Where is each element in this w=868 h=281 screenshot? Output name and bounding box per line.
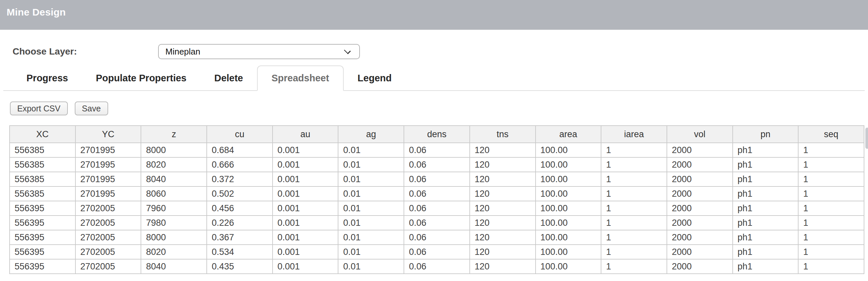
table-cell[interactable]: ph1 xyxy=(733,157,799,172)
table-cell[interactable]: 120 xyxy=(470,172,535,186)
table-cell[interactable]: 2000 xyxy=(667,259,733,274)
table-cell[interactable]: 1 xyxy=(601,259,667,274)
tab-spreadsheet[interactable]: Spreadsheet xyxy=(257,65,344,91)
table-cell[interactable]: 2701995 xyxy=(75,186,141,201)
table-cell[interactable]: 100.00 xyxy=(535,245,601,259)
table-cell[interactable]: 556395 xyxy=(9,230,75,245)
table-cell[interactable]: 1 xyxy=(798,143,864,157)
table-cell[interactable]: 1 xyxy=(798,201,864,216)
table-cell[interactable]: 100.00 xyxy=(535,157,601,172)
table-cell[interactable]: 0.001 xyxy=(273,172,338,186)
table-cell[interactable]: 0.06 xyxy=(404,143,470,157)
table-cell[interactable]: 556385 xyxy=(9,157,75,172)
scrollbar-thumb[interactable] xyxy=(865,128,868,149)
table-cell[interactable]: 100.00 xyxy=(535,201,601,216)
table-cell[interactable]: 1 xyxy=(798,245,864,259)
table-cell[interactable]: 0.01 xyxy=(338,143,404,157)
table-cell[interactable]: 0.06 xyxy=(404,157,470,172)
table-cell[interactable]: 120 xyxy=(470,245,535,259)
table-cell[interactable]: 0.06 xyxy=(404,216,470,230)
table-cell[interactable]: 120 xyxy=(470,143,535,157)
table-cell[interactable]: 120 xyxy=(470,186,535,201)
table-cell[interactable]: 100.00 xyxy=(535,259,601,274)
table-cell[interactable]: 1 xyxy=(601,186,667,201)
table-cell[interactable]: 1 xyxy=(798,157,864,172)
table-cell[interactable]: 2000 xyxy=(667,157,733,172)
table-cell[interactable]: 1 xyxy=(798,216,864,230)
table-cell[interactable]: 8000 xyxy=(141,230,207,245)
table-cell[interactable]: 8040 xyxy=(141,172,207,186)
table-cell[interactable]: 1 xyxy=(601,245,667,259)
table-cell[interactable]: 0.01 xyxy=(338,216,404,230)
tab-populate-properties[interactable]: Populate Properties xyxy=(82,66,200,90)
table-cell[interactable]: 2000 xyxy=(667,201,733,216)
table-cell[interactable]: 2702005 xyxy=(75,245,141,259)
table-cell[interactable]: 0.534 xyxy=(207,245,273,259)
table-cell[interactable]: 0.502 xyxy=(207,186,273,201)
table-cell[interactable]: 0.01 xyxy=(338,245,404,259)
table-cell[interactable]: ph1 xyxy=(733,259,799,274)
table-cell[interactable]: 556395 xyxy=(9,201,75,216)
table-cell[interactable]: 0.001 xyxy=(273,143,338,157)
table-cell[interactable]: 556385 xyxy=(9,143,75,157)
table-cell[interactable]: 0.01 xyxy=(338,172,404,186)
table-cell[interactable]: 2701995 xyxy=(75,157,141,172)
table-cell[interactable]: 2000 xyxy=(667,143,733,157)
table-cell[interactable]: 0.001 xyxy=(273,186,338,201)
table-cell[interactable]: ph1 xyxy=(733,201,799,216)
table-cell[interactable]: 0.372 xyxy=(207,172,273,186)
table-cell[interactable]: 556385 xyxy=(9,172,75,186)
table-cell[interactable]: 2702005 xyxy=(75,230,141,245)
save-button[interactable]: Save xyxy=(75,101,108,115)
table-cell[interactable]: 0.367 xyxy=(207,230,273,245)
table-cell[interactable]: 0.01 xyxy=(338,186,404,201)
table-cell[interactable]: 2000 xyxy=(667,230,733,245)
table-cell[interactable]: 556395 xyxy=(9,259,75,274)
layer-select[interactable]: Mineplan xyxy=(158,44,360,59)
table-cell[interactable]: 1 xyxy=(601,216,667,230)
table-cell[interactable]: 8020 xyxy=(141,245,207,259)
table-cell[interactable]: 120 xyxy=(470,201,535,216)
tab-delete[interactable]: Delete xyxy=(200,66,257,90)
table-cell[interactable]: ph1 xyxy=(733,230,799,245)
table-cell[interactable]: ph1 xyxy=(733,143,799,157)
table-cell[interactable]: 100.00 xyxy=(535,230,601,245)
table-cell[interactable]: 0.001 xyxy=(273,230,338,245)
table-cell[interactable]: ph1 xyxy=(733,186,799,201)
table-cell[interactable]: 2000 xyxy=(667,172,733,186)
table-cell[interactable]: 0.06 xyxy=(404,245,470,259)
export-csv-button[interactable]: Export CSV xyxy=(10,101,68,115)
table-cell[interactable]: 1 xyxy=(601,157,667,172)
table-cell[interactable]: 0.226 xyxy=(207,216,273,230)
table-cell[interactable]: 556385 xyxy=(9,186,75,201)
table-cell[interactable]: 1 xyxy=(601,143,667,157)
table-cell[interactable]: 0.06 xyxy=(404,230,470,245)
table-cell[interactable]: 100.00 xyxy=(535,172,601,186)
table-cell[interactable]: 0.06 xyxy=(404,259,470,274)
table-cell[interactable]: 2701995 xyxy=(75,172,141,186)
table-cell[interactable]: 120 xyxy=(470,157,535,172)
table-cell[interactable]: 0.06 xyxy=(404,201,470,216)
table-cell[interactable]: 1 xyxy=(601,230,667,245)
table-cell[interactable]: 0.01 xyxy=(338,230,404,245)
table-cell[interactable]: 0.06 xyxy=(404,186,470,201)
table-cell[interactable]: 120 xyxy=(470,259,535,274)
table-cell[interactable]: 0.001 xyxy=(273,157,338,172)
table-cell[interactable]: 1 xyxy=(798,230,864,245)
table-cell[interactable]: 2000 xyxy=(667,186,733,201)
table-cell[interactable]: 0.001 xyxy=(273,201,338,216)
table-cell[interactable]: 0.001 xyxy=(273,245,338,259)
table-cell[interactable]: 2702005 xyxy=(75,201,141,216)
table-cell[interactable]: 2000 xyxy=(667,245,733,259)
table-cell[interactable]: 1 xyxy=(601,201,667,216)
table-cell[interactable]: 8000 xyxy=(141,143,207,157)
table-cell[interactable]: ph1 xyxy=(733,245,799,259)
tab-progress[interactable]: Progress xyxy=(12,66,82,90)
table-cell[interactable]: 8020 xyxy=(141,157,207,172)
table-cell[interactable]: 8040 xyxy=(141,259,207,274)
table-cell[interactable]: 2702005 xyxy=(75,259,141,274)
table-cell[interactable]: 0.01 xyxy=(338,157,404,172)
table-cell[interactable]: 2701995 xyxy=(75,143,141,157)
tab-legend[interactable]: Legend xyxy=(344,66,406,90)
table-cell[interactable]: 100.00 xyxy=(535,216,601,230)
